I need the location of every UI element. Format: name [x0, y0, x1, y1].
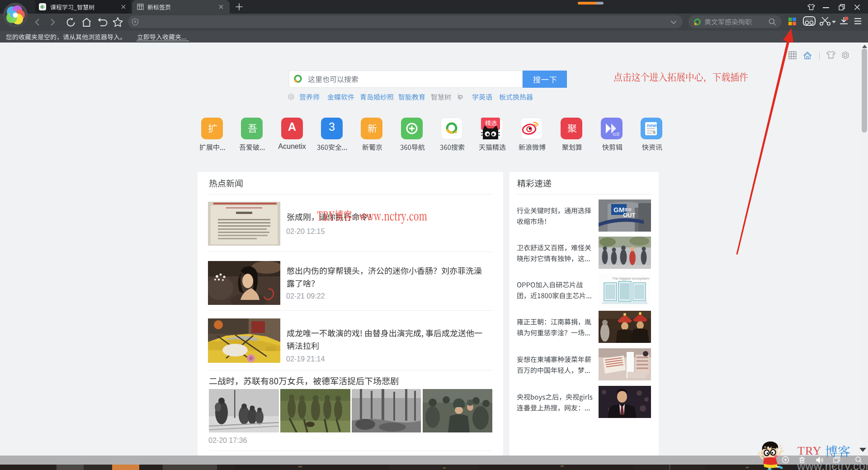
svg-text:The biggest ecosystem: The biggest ecosystem: [612, 276, 650, 280]
